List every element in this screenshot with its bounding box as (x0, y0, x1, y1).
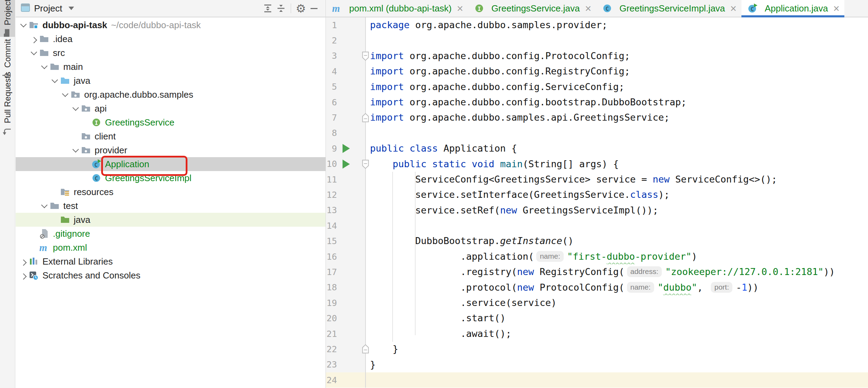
tree-item-provider[interactable]: provider (16, 143, 326, 157)
code-line-12[interactable]: 12 service.setInterface(GreetingsService… (326, 187, 868, 202)
tree-item-main[interactable]: main (16, 60, 326, 74)
chevron-down-icon[interactable] (60, 92, 70, 97)
editor-tab-greetingsserviceimpl-java[interactable]: CGreetingsServiceImpl.java× (596, 0, 741, 17)
chevron-down-icon[interactable] (39, 204, 49, 208)
code-text[interactable]: DubboBootstrap.getInstance() (365, 233, 868, 249)
tree-item-java[interactable]: java (16, 74, 326, 88)
code-line-8[interactable]: 8 (326, 126, 868, 141)
code-text[interactable] (365, 126, 868, 141)
fold-region-icon[interactable] (362, 344, 369, 354)
code-line-2[interactable]: 2 (326, 33, 868, 48)
chevron-down-icon[interactable] (69, 7, 74, 10)
tree-item--gitignore[interactable]: .gitignore (16, 227, 326, 241)
code-line-17[interactable]: 17 .registry(new RegistryConfig(address:… (326, 264, 868, 280)
chevron-down-icon[interactable] (39, 65, 49, 69)
close-icon[interactable]: × (457, 3, 463, 14)
code-text[interactable]: public static void main(String[] args) { (365, 156, 868, 172)
run-icon[interactable] (343, 144, 350, 153)
tree-item-greetingsserviceimpl[interactable]: CGreetingsServiceImpl (16, 171, 326, 185)
chevron-down-icon[interactable] (29, 51, 39, 55)
code-line-15[interactable]: 15 DubboBootstrap.getInstance() (326, 233, 868, 249)
code-line-6[interactable]: 6import org.apache.dubbo.config.bootstra… (326, 95, 868, 110)
code-text[interactable]: } (365, 357, 868, 372)
tree-item-src[interactable]: src (16, 46, 326, 60)
code-line-14[interactable]: 14 (326, 218, 868, 233)
gear-icon[interactable]: ⚙ (294, 2, 307, 15)
code-text[interactable]: .start() (365, 310, 868, 326)
code-line-9[interactable]: 9public class Application { (326, 141, 868, 156)
code-text[interactable]: package org.apache.dubbo.samples.provide… (365, 17, 868, 33)
tree-item-test[interactable]: test (16, 199, 326, 213)
tree-item-scratches-and-consoles[interactable]: Scratches and Consoles (16, 268, 326, 282)
code-text[interactable] (365, 33, 868, 48)
close-icon[interactable]: × (833, 3, 839, 14)
tree-item-pom-xml[interactable]: mpom.xml (16, 241, 326, 254)
code-text[interactable]: public class Application { (365, 141, 868, 156)
chevron-down-icon[interactable] (50, 79, 59, 83)
tree-item-application[interactable]: CApplication (16, 157, 326, 171)
fold-region-icon[interactable] (362, 159, 369, 169)
code-line-10[interactable]: 10 public static void main(String[] args… (326, 156, 868, 172)
chevron-down-icon[interactable] (71, 148, 80, 153)
code-editor[interactable]: 1package org.apache.dubbo.samples.provid… (326, 17, 868, 388)
code-line-24[interactable]: 24 (326, 372, 868, 388)
tree-item-greetingsservice[interactable]: IGreetingsService (16, 115, 326, 129)
code-line-21[interactable]: 21 .await(); (326, 326, 868, 341)
code-line-1[interactable]: 1package org.apache.dubbo.samples.provid… (326, 17, 868, 33)
code-line-16[interactable]: 16 .application(name:"first-dubbo-provid… (326, 249, 868, 264)
chevron-right-icon[interactable] (18, 273, 28, 278)
tree-item-resources[interactable]: resources (16, 185, 326, 199)
code-text[interactable] (365, 372, 868, 388)
code-line-7[interactable]: 7import org.apache.dubbo.samples.api.Gre… (326, 110, 868, 125)
code-text[interactable]: .registry(new RegistryConfig(address:"zo… (365, 264, 868, 280)
tree-item-java[interactable]: java (16, 213, 326, 227)
tree-item-dubbo-api-task[interactable]: dubbo-api-task~/code/dubbo-api-task (16, 18, 326, 32)
stripe-tab-pull-requests[interactable]: Pull Requests (0, 80, 15, 127)
expand-all-icon[interactable] (261, 2, 274, 15)
code-line-18[interactable]: 18 .protocol(new ProtocolConfig(name:"du… (326, 280, 868, 295)
fold-region-icon[interactable] (362, 51, 369, 61)
code-line-20[interactable]: 20 .start() (326, 310, 868, 326)
tree-item-external-libraries[interactable]: External Libraries (16, 254, 326, 268)
code-line-23[interactable]: 23} (326, 357, 868, 372)
code-text[interactable]: .application(name:"first-dubbo-provider"… (365, 249, 868, 264)
code-text[interactable]: ServiceConfig<GreetingsService> service … (365, 172, 868, 187)
code-line-5[interactable]: 5import org.apache.dubbo.config.ServiceC… (326, 79, 868, 95)
hide-panel-icon[interactable] (307, 2, 321, 15)
code-text[interactable]: import org.apache.dubbo.config.RegistryC… (365, 64, 868, 79)
editor-tab-greetingsservice-java[interactable]: IGreetingsService.java× (468, 0, 596, 17)
close-icon[interactable]: × (730, 3, 737, 14)
tree-item-client[interactable]: client (16, 129, 326, 143)
code-line-19[interactable]: 19 .service(service) (326, 295, 868, 310)
code-line-13[interactable]: 13 service.setRef(new GreetingsServiceIm… (326, 203, 868, 218)
tree-item-api[interactable]: api (16, 102, 326, 115)
close-icon[interactable]: × (585, 3, 591, 14)
code-text[interactable] (365, 218, 868, 233)
code-line-22[interactable]: 22 } (326, 341, 868, 357)
run-icon[interactable] (343, 160, 350, 169)
collapse-all-icon[interactable] (274, 2, 288, 15)
code-text[interactable]: .service(service) (365, 295, 868, 310)
code-line-3[interactable]: 3import org.apache.dubbo.config.Protocol… (326, 48, 868, 64)
editor-tab-pom-xml-dubbo-api-task-[interactable]: mpom.xml (dubbo-api-task)× (326, 0, 468, 17)
code-text[interactable]: } (365, 341, 868, 357)
chevron-right-icon[interactable] (29, 37, 39, 41)
chevron-down-icon[interactable] (18, 23, 28, 27)
code-text[interactable]: import org.apache.dubbo.config.ServiceCo… (365, 79, 868, 95)
fold-region-icon[interactable] (362, 113, 369, 123)
stripe-tab-project[interactable]: Project (0, 0, 15, 37)
code-text[interactable]: import org.apache.dubbo.config.bootstrap… (365, 95, 868, 110)
code-line-4[interactable]: 4import org.apache.dubbo.config.Registry… (326, 64, 868, 79)
tree-item--idea[interactable]: .idea (16, 32, 326, 46)
code-text[interactable]: service.setInterface(GreetingsService.cl… (365, 187, 868, 202)
code-text[interactable]: .protocol(new ProtocolConfig(name:"dubbo… (365, 280, 868, 295)
code-text[interactable]: .await(); (365, 326, 868, 341)
tree-item-org-apache-dubbo-samples[interactable]: org.apache.dubbo.samples (16, 88, 326, 102)
editor-tab-application-java[interactable]: CApplication.java× (741, 0, 844, 17)
code-text[interactable]: import org.apache.dubbo.samples.api.Gree… (365, 110, 868, 125)
code-text[interactable]: import org.apache.dubbo.config.ProtocolC… (365, 48, 868, 64)
code-line-11[interactable]: 11 ServiceConfig<GreetingsService> servi… (326, 172, 868, 187)
chevron-right-icon[interactable] (18, 259, 28, 264)
code-text[interactable]: service.setRef(new GreetingsServiceImpl(… (365, 203, 868, 218)
chevron-down-icon[interactable] (71, 106, 80, 111)
